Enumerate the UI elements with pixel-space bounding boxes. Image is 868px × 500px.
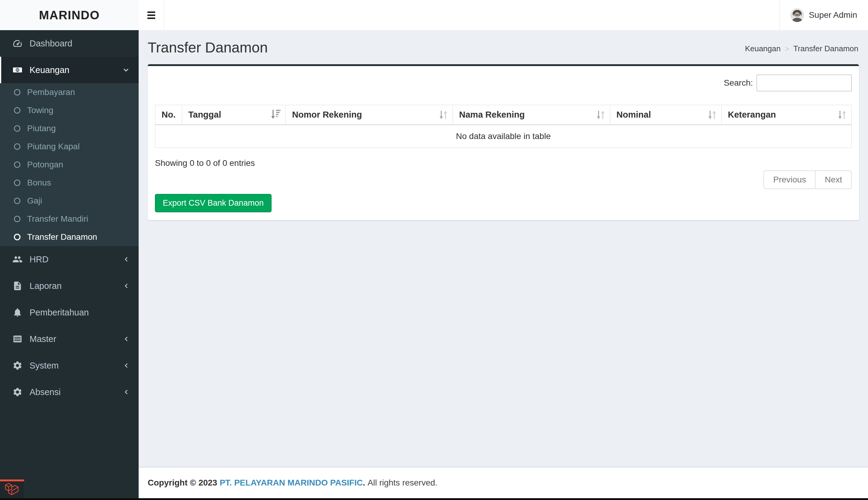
- subitem-label: Towing: [27, 105, 53, 115]
- column-header-keterangan[interactable]: Keterangan: [721, 105, 852, 125]
- column-header-nominal[interactable]: Nominal: [610, 105, 721, 125]
- sidebar-item-label: Pemberitahuan: [30, 308, 89, 318]
- money-bill-icon: 1: [11, 65, 24, 75]
- sidebar-item-label: HRD: [30, 254, 48, 264]
- chevron-left-icon: [123, 362, 130, 370]
- column-header-nama-rekening[interactable]: Nama Rekening: [453, 105, 610, 125]
- sidebar-subitem-pembayaran[interactable]: Pembayaran: [0, 83, 139, 101]
- breadcrumb-current: Transfer Danamon: [793, 44, 858, 53]
- column-header-no[interactable]: No.: [155, 105, 182, 125]
- sidebar-subitem-gaji[interactable]: Gaji: [0, 192, 139, 210]
- circle-outline-icon: [13, 125, 21, 133]
- footer-copyright: Copyright © 2023: [148, 478, 217, 488]
- sidebar-toggle-button[interactable]: [139, 0, 164, 30]
- sidebar-item-master[interactable]: Master: [0, 326, 139, 352]
- sidebar: MARINDO Dashboard 1 Keuangan: [0, 0, 139, 500]
- export-csv-button[interactable]: Export CSV Bank Danamon: [155, 194, 271, 212]
- top-navbar: Super Admin: [139, 0, 868, 30]
- gear-icon: [11, 360, 24, 371]
- users-icon: [11, 254, 24, 264]
- circle-outline-icon: [13, 161, 21, 169]
- bell-icon: [11, 307, 24, 318]
- sidebar-item-pemberitahuan[interactable]: Pemberitahuan: [0, 299, 139, 326]
- gauge-icon: [11, 38, 24, 48]
- circle-outline-icon: [13, 179, 21, 187]
- gear-icon: [11, 387, 24, 397]
- keuangan-submenu: Pembayaran Towing Piutang Piutang Kapal …: [0, 83, 139, 246]
- circle-outline-icon: [13, 233, 21, 241]
- debugbar-toggle[interactable]: [0, 479, 24, 498]
- sidebar-subitem-transfer-mandiri[interactable]: Transfer Mandiri: [0, 210, 139, 228]
- content-area: Transfer Danamon Keuangan > Transfer Dan…: [139, 30, 868, 467]
- chevron-left-icon: [123, 388, 130, 396]
- sidebar-item-label: Dashboard: [30, 38, 72, 48]
- sidebar-item-label: Absensi: [30, 387, 61, 397]
- subitem-label: Piutang Kapal: [27, 142, 80, 151]
- breadcrumb: Keuangan > Transfer Danamon: [745, 44, 858, 53]
- sidebar-item-hrd[interactable]: HRD: [0, 246, 139, 273]
- sidebar-subitem-piutang[interactable]: Piutang: [0, 120, 139, 137]
- avatar: [790, 8, 804, 22]
- table-footer-row: Showing 0 to 0 of 0 entries Previous Nex…: [155, 158, 852, 189]
- sidebar-subitem-bonus[interactable]: Bonus: [0, 174, 139, 192]
- debugbar-minimized-strip[interactable]: [0, 498, 868, 500]
- chevron-left-icon: [123, 282, 130, 290]
- sidebar-menu: Dashboard 1 Keuangan Pembayaran: [0, 30, 139, 405]
- sidebar-subitem-potongan[interactable]: Potongan: [0, 156, 139, 174]
- next-page-button[interactable]: Next: [815, 170, 852, 189]
- sidebar-item-keuangan[interactable]: 1 Keuangan: [0, 57, 139, 83]
- subitem-label: Transfer Mandiri: [27, 214, 88, 224]
- brand-logo[interactable]: MARINDO: [0, 0, 139, 30]
- column-header-nomor-rekening[interactable]: Nomor Rekening: [286, 105, 453, 125]
- previous-page-button[interactable]: Previous: [763, 170, 815, 189]
- user-menu[interactable]: Super Admin: [779, 0, 868, 30]
- circle-outline-icon: [13, 88, 21, 96]
- sidebar-subitem-towing[interactable]: Towing: [0, 101, 139, 120]
- column-header-tanggal[interactable]: Tanggal: [182, 105, 286, 125]
- sort-up-down-icon: [595, 108, 606, 122]
- chevron-left-icon: [123, 255, 130, 263]
- circle-outline-icon: [13, 143, 21, 150]
- pagination: Previous Next: [763, 170, 852, 189]
- sidebar-item-absensi[interactable]: Absensi: [0, 379, 139, 405]
- sidebar-item-label: System: [30, 361, 59, 371]
- subitem-label: Gaji: [27, 196, 42, 206]
- breadcrumb-separator: >: [785, 45, 789, 53]
- sort-amount-desc-icon: [270, 108, 282, 122]
- footer-period: .: [363, 478, 365, 488]
- sort-up-down-icon: [837, 108, 847, 122]
- table-header-row: No. Tanggal Nomor Rekening: [155, 105, 852, 125]
- subitem-label: Pembayaran: [27, 88, 75, 97]
- empty-table-message: No data available in table: [155, 125, 852, 148]
- table-info: Showing 0 to 0 of 0 entries: [155, 158, 255, 168]
- sidebar-item-laporan[interactable]: Laporan: [0, 273, 139, 299]
- content-header: Transfer Danamon Keuangan > Transfer Dan…: [139, 30, 868, 64]
- circle-outline-icon: [13, 197, 21, 205]
- sidebar-item-dashboard[interactable]: Dashboard: [0, 30, 139, 57]
- sidebar-item-system[interactable]: System: [0, 352, 139, 379]
- hamburger-menu-icon: [147, 11, 155, 13]
- chevron-left-icon: [123, 335, 130, 343]
- circle-outline-icon: [13, 106, 21, 114]
- list-table-icon: [11, 334, 24, 344]
- subitem-label: Potongan: [27, 160, 63, 170]
- brand-text: MARINDO: [39, 9, 100, 22]
- subitem-label: Bonus: [27, 178, 51, 188]
- svg-text:1: 1: [17, 68, 19, 71]
- data-table: No. Tanggal Nomor Rekening: [155, 105, 852, 148]
- subitem-label: Transfer Danamon: [27, 232, 97, 242]
- sidebar-subitem-transfer-danamon[interactable]: Transfer Danamon: [0, 228, 139, 246]
- transfer-danamon-panel: Search: No. Tanggal Nomor Rekening: [148, 64, 859, 220]
- search-input[interactable]: [756, 75, 852, 91]
- sidebar-item-label: Laporan: [30, 281, 61, 291]
- chevron-down-icon: [122, 66, 130, 74]
- sort-up-down-icon: [438, 108, 449, 122]
- sidebar-subitem-piutang-kapal[interactable]: Piutang Kapal: [0, 137, 139, 156]
- footer: Copyright © 2023 PT. PELAYARAN MARINDO P…: [139, 467, 868, 498]
- user-name: Super Admin: [809, 10, 857, 20]
- circle-outline-icon: [13, 215, 21, 223]
- sort-up-down-icon: [707, 108, 718, 122]
- empty-table-row: No data available in table: [155, 125, 852, 148]
- footer-company-link[interactable]: PT. PELAYARAN MARINDO PASIFIC: [220, 478, 363, 488]
- breadcrumb-keuangan[interactable]: Keuangan: [745, 44, 781, 53]
